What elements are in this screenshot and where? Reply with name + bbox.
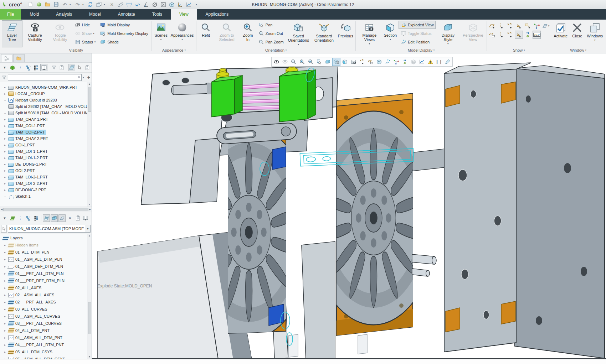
windows-button[interactable]: Windows▾ bbox=[585, 20, 604, 47]
layers-collapse-button[interactable] bbox=[32, 214, 40, 222]
show-button[interactable]: Show▾ bbox=[73, 29, 98, 37]
pause-button[interactable]: ❙❙ bbox=[435, 58, 443, 66]
undo-button[interactable]: ↶ bbox=[61, 1, 69, 8]
expand-arrow[interactable]: ▸ bbox=[4, 272, 8, 275]
axis-display-toggle[interactable] bbox=[497, 22, 505, 30]
saved-orientations-view-button[interactable] bbox=[332, 58, 340, 66]
model-tree-scrollbar[interactable]: ▲ ▼ bbox=[87, 82, 92, 207]
3d-viewport[interactable]: ❙❙ Explode State:MOLD_OPEN bbox=[92, 53, 606, 359]
ribbon-tab[interactable]: Mold bbox=[21, 9, 47, 20]
layer-item[interactable]: ▸ 02___PRT_ALL_AXES bbox=[1, 298, 87, 306]
mold-geometry-display-button[interactable]: Mold Geometry Display bbox=[98, 29, 150, 37]
regenerate-button[interactable] bbox=[87, 1, 94, 8]
expand-arrow[interactable]: ▸ bbox=[4, 258, 8, 261]
layer-info-button[interactable] bbox=[82, 214, 89, 222]
layer-select-button[interactable] bbox=[1, 225, 7, 233]
layer-item[interactable]: ▸ 01_ALL_DTM_PLN bbox=[1, 249, 87, 256]
zoom-out-view-button[interactable] bbox=[307, 58, 315, 66]
tree-item[interactable]: ▸ TAM_LOI-2-2.PRT bbox=[1, 180, 87, 187]
csys-xyz-button[interactable] bbox=[176, 1, 184, 8]
appearance-view-button[interactable] bbox=[375, 58, 383, 66]
ribbon-tab[interactable]: Analysis bbox=[47, 9, 81, 20]
repaint-button[interactable] bbox=[315, 58, 323, 66]
tree-item[interactable]: – Refpart Cutout id 29283 bbox=[1, 97, 87, 103]
saved-orientations-button[interactable]: Saved Orientations▾ bbox=[286, 20, 312, 47]
toggle-visibility-button[interactable]: Toggle Visibility bbox=[47, 20, 72, 47]
plane-tag-toggle[interactable] bbox=[488, 31, 496, 39]
status-button[interactable]: Status▾ bbox=[73, 38, 98, 46]
appearances-button[interactable]: Appearances▾ bbox=[169, 20, 195, 47]
expand-arrow[interactable]: ▸ bbox=[4, 343, 8, 347]
tree-item[interactable]: ▸ TAM_LOI-1-1.PRT bbox=[1, 148, 87, 155]
mold-display-button[interactable]: Mold Display bbox=[98, 21, 150, 29]
layer-model-combo[interactable]: KHUON_MUONG-COM.ASM (TOP MODE ▼ bbox=[8, 225, 91, 233]
edit-sketch-button[interactable] bbox=[443, 58, 452, 66]
expand-arrow[interactable]: ▸ bbox=[4, 124, 8, 128]
tree-item[interactable]: ▸ DE-DONG-2.PRT bbox=[1, 187, 87, 193]
expand-arrow[interactable]: – bbox=[4, 111, 8, 115]
ribbon-tab[interactable]: File bbox=[0, 9, 21, 20]
dimension-button[interactable] bbox=[125, 1, 133, 8]
select-region-button[interactable] bbox=[159, 1, 167, 8]
edit-position-button[interactable]: Edit Position bbox=[399, 38, 436, 46]
layers-expand-button[interactable] bbox=[25, 214, 32, 222]
display-style-view-button[interactable] bbox=[324, 58, 332, 66]
diameter-button[interactable] bbox=[151, 1, 159, 8]
layer-item[interactable]: ▸ 05_ALL_DTM_CSYS bbox=[1, 348, 87, 355]
point-tag-toggle[interactable] bbox=[506, 31, 514, 39]
model-tree-hscrollbar[interactable]: ◀▶ bbox=[0, 207, 92, 212]
exploded-view-toggle[interactable] bbox=[384, 58, 392, 66]
expand-arrow[interactable]: ▸ bbox=[4, 279, 8, 282]
select-tree-button[interactable] bbox=[76, 64, 83, 71]
tree-item[interactable]: ▸ TAM_COI-2.PRT bbox=[1, 129, 87, 135]
window-play-caret[interactable]: ▾ bbox=[104, 3, 107, 6]
section-view-button[interactable] bbox=[341, 58, 349, 66]
refit-view-button[interactable] bbox=[289, 58, 298, 66]
layer-item[interactable]: ▸ 03_ALL_CURVES bbox=[1, 306, 87, 313]
layer-hidden-button[interactable] bbox=[58, 214, 66, 222]
layer-item[interactable]: ▸ 05__ASM_ALL_DTM_CSYS bbox=[1, 355, 87, 359]
layer-item[interactable]: ▸ 03___PRT_ALL_CURVES bbox=[1, 320, 87, 327]
layer-isolate-button[interactable] bbox=[51, 214, 58, 222]
expand-arrow[interactable]: ▸ bbox=[4, 118, 8, 121]
expand-arrow[interactable]: ▸ bbox=[4, 265, 8, 268]
tree-item[interactable]: ▸ TAM_COI-1.PRT bbox=[1, 123, 87, 129]
pan-button[interactable]: Pan bbox=[256, 21, 286, 29]
layers-options-caret[interactable]: ▾ bbox=[1, 214, 8, 222]
exploded-view-button[interactable]: Exploded View bbox=[399, 21, 436, 29]
layer-item[interactable]: ▸ 03__ASM_ALL_CURVES bbox=[1, 313, 87, 320]
plane-display-toggle[interactable] bbox=[488, 22, 496, 30]
tree-item[interactable]: – Split id 29282 [TAM_CHAY - MOLD VOLUME… bbox=[1, 103, 87, 110]
tree-item[interactable]: ▸ DE_DONG-1.PRT bbox=[1, 161, 87, 167]
dragger-toggle[interactable] bbox=[524, 31, 532, 39]
ribbon-tab[interactable]: Annotate bbox=[109, 9, 144, 20]
layer-item[interactable]: ▸ Hidden Items bbox=[1, 241, 87, 249]
tree-item[interactable]: ▸ KHUON_MUONG-COM_WRK.PRT bbox=[1, 84, 87, 90]
customize-toolbar-caret[interactable]: ▾ bbox=[196, 3, 199, 6]
hide-items-button[interactable] bbox=[281, 58, 289, 66]
tree-item[interactable]: ▸ TAM_CHAY-2.PRT bbox=[1, 135, 87, 142]
point-display-toggle[interactable] bbox=[506, 22, 514, 30]
shade-button[interactable]: Shade bbox=[98, 38, 150, 46]
expand-arrow[interactable]: ▸ bbox=[4, 286, 8, 290]
expand-arrow[interactable]: ▸ bbox=[4, 86, 8, 89]
csys-tag-toggle[interactable] bbox=[515, 31, 523, 39]
undo-caret[interactable]: ▾ bbox=[70, 3, 73, 6]
folder-browser-tab[interactable] bbox=[13, 54, 25, 62]
activate-button[interactable]: Activate bbox=[552, 20, 569, 47]
zoom-in-button[interactable]: Zoom In bbox=[240, 20, 256, 47]
zoom-out-button[interactable]: Zoom Out bbox=[256, 29, 286, 37]
measure-button[interactable] bbox=[117, 1, 124, 8]
layer-tree-button[interactable]: Layer Tree bbox=[2, 20, 22, 47]
expand-arrow[interactable]: – bbox=[4, 195, 8, 198]
view-manager-button[interactable] bbox=[349, 58, 358, 66]
tree-item[interactable]: ▸ TAM_LOI-1-2.PRT bbox=[1, 155, 87, 161]
new-file-button[interactable] bbox=[27, 1, 35, 8]
tree-filter-button[interactable] bbox=[50, 64, 57, 71]
redo-caret[interactable]: ▾ bbox=[82, 3, 86, 6]
expand-arrow[interactable]: ▸ bbox=[4, 322, 8, 325]
expand-arrow[interactable]: ▸ bbox=[4, 176, 8, 179]
ribbon-tab[interactable]: View bbox=[171, 9, 197, 20]
tree-item[interactable]: – Split id 50818 [TAM_COI - MOLD VOLUME] bbox=[1, 110, 87, 116]
tree-item[interactable]: – Sketch 1 bbox=[1, 193, 87, 199]
